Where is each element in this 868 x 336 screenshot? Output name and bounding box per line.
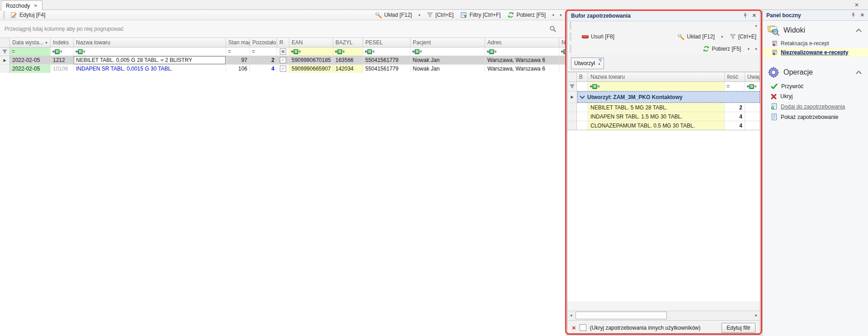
search-icon[interactable] xyxy=(549,25,557,33)
col-header-ean[interactable]: EAN xyxy=(289,38,333,47)
col-header-nazwa[interactable]: Nazwa towaru xyxy=(588,72,725,81)
clear-filter-icon[interactable]: × xyxy=(572,324,576,331)
layout-button[interactable]: Układ [F12] xyxy=(675,33,717,41)
scroll-right-icon[interactable]: ► xyxy=(753,312,760,319)
hide-others-checkbox[interactable] xyxy=(580,324,586,331)
filter-ilosc[interactable]: = xyxy=(725,82,745,91)
fetch-dropdown-icon[interactable]: ▼ xyxy=(550,14,556,17)
filter-stan[interactable]: = xyxy=(226,47,250,56)
fetch-dropdown-icon[interactable]: ▼ xyxy=(745,47,751,51)
toolbar-grip[interactable] xyxy=(570,33,571,40)
col-header-no[interactable]: No xyxy=(559,38,566,47)
edit-button[interactable]: Edytuj [F4] xyxy=(8,11,48,19)
operation-przywroc[interactable]: Przywróć xyxy=(763,81,868,91)
indeterminate-checkbox[interactable] xyxy=(280,48,286,55)
fetch-button[interactable]: Pobierz [F5] xyxy=(505,11,548,19)
chevron-up-icon[interactable] xyxy=(856,71,862,76)
buffer-group-by-bar[interactable]: Utworzył ▲ xyxy=(567,55,760,72)
toolbar-grip[interactable] xyxy=(3,11,5,19)
scrollbar-thumb[interactable] xyxy=(576,312,667,319)
table-row[interactable]: NEBILET TABL. 5 MG 28 TABL. 2 xyxy=(567,103,760,112)
pin-icon[interactable] xyxy=(851,13,856,18)
close-icon[interactable]: ✕ xyxy=(860,13,864,18)
abc-filter-icon: aBc xyxy=(291,49,301,54)
table-row[interactable]: INDAPEN SR TABL. 1.5 MG 30 TABL. 4 xyxy=(567,112,760,121)
horizontal-scrollbar[interactable]: ◄ ► xyxy=(567,311,760,320)
col-header-pacjent[interactable]: Pacjent xyxy=(410,38,485,47)
section-title-widoki: Widoki xyxy=(783,26,805,34)
filter-dropdown-icon[interactable]: ▼ xyxy=(45,41,48,44)
table-row[interactable]: CLONAZEPAMUM TABL. 0.5 MG 30 TABL. 4 xyxy=(567,121,760,130)
layout-button-label: Układ [F12] xyxy=(384,12,412,18)
group-by-chip-utworzyl[interactable]: Utworzył ▲ xyxy=(571,57,604,69)
operation-pokaz-zapotrzebowanie[interactable]: Pokaż zapotrzebowanie xyxy=(763,112,868,122)
col-header-data[interactable]: Data wysta... ▼ xyxy=(10,38,51,47)
col-header-stan[interactable]: Stan mag. xyxy=(226,38,250,47)
sort-asc-icon: ▲ xyxy=(598,62,601,65)
col-header-bazyl[interactable]: BAZYL xyxy=(333,38,363,47)
filters-button[interactable]: Filtry [Ctrl+F] xyxy=(458,11,503,19)
filter-adres[interactable]: aBc xyxy=(485,47,559,56)
col-header-adres[interactable]: Adres xyxy=(485,38,559,47)
filter-uwagi[interactable]: aBc xyxy=(745,82,760,91)
col-header-pozostalo[interactable]: Pozostało xyxy=(250,38,277,47)
section-header-widoki[interactable]: Widoki xyxy=(763,21,868,39)
col-header-uwagi[interactable]: Uwag xyxy=(745,72,760,81)
edit-filter-button[interactable]: Edytuj filtr xyxy=(722,323,755,333)
view-item-retaksacja[interactable]: Retaksacja e-recept xyxy=(763,39,868,48)
delete-button[interactable]: Usuń [F8] xyxy=(579,33,617,40)
toolbar-overflow-icon[interactable]: ▼ xyxy=(558,14,564,17)
group-by-panel[interactable]: Przeciągnij tutaj kolumnę aby po niej po… xyxy=(0,20,566,38)
col-header-nazwa[interactable]: Nazwa towaru xyxy=(74,38,226,47)
document-close-icon[interactable]: ✕ xyxy=(854,2,859,8)
filter-editor-button[interactable]: [Ctrl+E] xyxy=(424,11,456,19)
fetch-button[interactable]: Pobierz [F5] xyxy=(700,45,744,52)
filter-indeks[interactable]: aBc xyxy=(51,47,74,56)
view-item-niezrealizowane[interactable]: Niezrealizowane e-recepty xyxy=(763,48,868,57)
toolbar-overflow-icon[interactable]: ▼ xyxy=(753,24,759,28)
filter-pacjent[interactable]: aBc xyxy=(410,47,485,56)
table-row[interactable]: ▶ 2022-02-05 1212 NEBILET TABL. 0,005 G … xyxy=(0,56,566,65)
buffer-group-row[interactable]: ▶ Utworzył: ZAM_3M_PKO Kontaktowy xyxy=(567,91,760,103)
operation-dodaj-do-zapotrzebowania[interactable]: Dodaj do zapotrzebowania xyxy=(763,101,868,112)
close-icon[interactable]: ✕ xyxy=(752,13,756,18)
scroll-left-icon[interactable]: ◄ xyxy=(567,312,575,319)
tab-rozchody[interactable]: Rozchody ✕ xyxy=(1,0,42,10)
col-header-b[interactable]: B xyxy=(577,72,588,81)
collapse-group-icon[interactable] xyxy=(580,94,585,99)
table-row[interactable]: 2022-02-05 10106 INDAPEN SR TABL. 0,0015… xyxy=(0,65,566,73)
pin-icon[interactable] xyxy=(743,13,748,18)
filter-b[interactable] xyxy=(577,82,588,91)
col-header-r[interactable]: R xyxy=(277,38,289,47)
chevron-up-icon[interactable] xyxy=(856,28,862,34)
filter-bazyl[interactable]: aBc xyxy=(333,47,363,56)
filter-editor-button[interactable]: [Ctrl+E] xyxy=(727,33,759,40)
filter-r[interactable] xyxy=(277,47,289,56)
toolbar-overflow-icon[interactable]: ▼ xyxy=(753,47,759,51)
layout-dropdown-icon[interactable]: ▼ xyxy=(719,35,725,38)
col-header-pesel[interactable]: PESEL xyxy=(363,38,410,47)
filter-row-funnel-icon[interactable] xyxy=(0,47,10,56)
toolbar-grip[interactable] xyxy=(570,22,571,29)
filter-data[interactable]: = xyxy=(10,47,51,56)
col-header-ilosc[interactable]: Ilość xyxy=(725,72,745,81)
funnel-icon[interactable] xyxy=(599,59,602,62)
filter-nazwa[interactable]: aBc xyxy=(588,82,725,91)
abc-filter-icon: aBc xyxy=(590,84,599,89)
operation-ukryj[interactable]: Ukryj xyxy=(763,91,868,101)
filter-pesel[interactable]: aBc xyxy=(363,47,410,56)
toolbar-grip[interactable] xyxy=(570,45,571,52)
section-header-operacje[interactable]: Operacje xyxy=(763,62,868,81)
checked-checkbox[interactable]: ✓ xyxy=(280,57,286,63)
col-header-indeks[interactable]: Indeks xyxy=(51,38,74,47)
filter-pozostalo[interactable]: = xyxy=(250,47,277,56)
layout-dropdown-icon[interactable]: ▼ xyxy=(416,14,422,17)
filter-row-funnel-icon[interactable] xyxy=(567,82,577,91)
header-indicator xyxy=(567,72,577,81)
checked-checkbox[interactable]: ✓ xyxy=(280,66,286,72)
filter-no[interactable]: aB xyxy=(559,47,566,56)
layout-button[interactable]: Układ [F12] xyxy=(373,11,415,19)
tab-close-icon[interactable]: ✕ xyxy=(33,4,37,8)
filter-ean[interactable]: aBc xyxy=(289,47,333,56)
filter-nazwa[interactable]: aBc xyxy=(74,47,226,56)
